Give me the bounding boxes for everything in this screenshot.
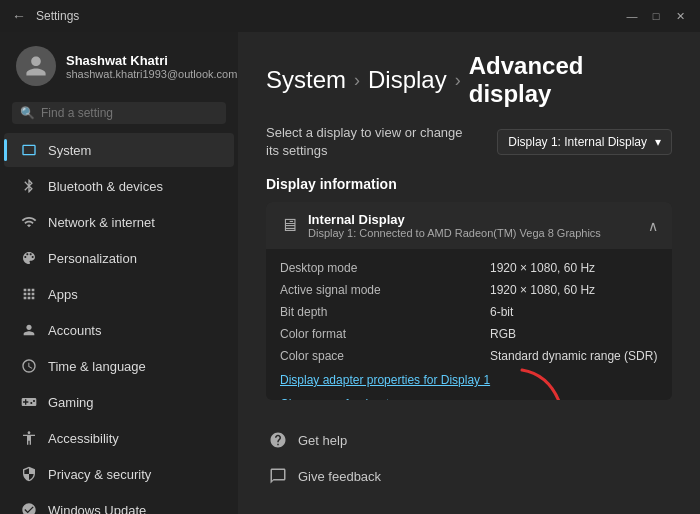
accounts-icon bbox=[20, 321, 38, 339]
sidebar-item-privacy[interactable]: Privacy & security bbox=[4, 457, 234, 491]
table-row: Color format RGB bbox=[280, 323, 658, 345]
get-help-link[interactable]: Get help bbox=[266, 422, 672, 458]
sidebar-item-system[interactable]: System bbox=[4, 133, 234, 167]
sidebar-item-label: Apps bbox=[48, 287, 78, 302]
sidebar-item-time[interactable]: Time & language bbox=[4, 349, 234, 383]
sidebar-item-gaming[interactable]: Gaming bbox=[4, 385, 234, 419]
network-icon bbox=[20, 213, 38, 231]
gaming-icon bbox=[20, 393, 38, 411]
avatar bbox=[16, 46, 56, 86]
info-label: Desktop mode bbox=[280, 261, 490, 275]
breadcrumb: System › Display › Advanced display bbox=[266, 52, 672, 108]
sidebar-item-label: Accessibility bbox=[48, 431, 119, 446]
feedback-icon bbox=[268, 466, 288, 486]
info-label: Bit depth bbox=[280, 305, 490, 319]
section-title: Display information bbox=[266, 176, 672, 192]
personalization-icon bbox=[20, 249, 38, 267]
info-label: Color space bbox=[280, 349, 490, 363]
info-label: Active signal mode bbox=[280, 283, 490, 297]
window-title: Settings bbox=[36, 9, 79, 23]
sidebar-item-label: Windows Update bbox=[48, 503, 146, 515]
privacy-icon bbox=[20, 465, 38, 483]
user-profile: Shashwat Khatri shashwat.khatri1993@outl… bbox=[0, 32, 238, 98]
sidebar-item-label: Accounts bbox=[48, 323, 101, 338]
refresh-rate-row: Choose a refresh rate A higher rate give… bbox=[266, 397, 672, 400]
help-icon bbox=[268, 430, 288, 450]
sidebar-item-windows-update[interactable]: Windows Update bbox=[4, 493, 234, 514]
sidebar-item-label: System bbox=[48, 143, 91, 158]
display-info-card: 🖥 Internal Display Display 1: Connected … bbox=[266, 202, 672, 400]
windows-update-icon bbox=[20, 501, 38, 514]
breadcrumb-sep-2: › bbox=[455, 70, 461, 91]
close-button[interactable]: ✕ bbox=[672, 8, 688, 24]
display-dropdown[interactable]: Display 1: Internal Display ▾ bbox=[497, 129, 672, 155]
info-value: RGB bbox=[490, 327, 516, 341]
system-icon bbox=[20, 141, 38, 159]
minimize-button[interactable]: — bbox=[624, 8, 640, 24]
search-box[interactable]: 🔍 bbox=[12, 102, 226, 124]
display-selector-row: Select a display to view or change its s… bbox=[266, 124, 672, 160]
time-icon bbox=[20, 357, 38, 375]
apps-icon bbox=[20, 285, 38, 303]
display-info-rows: Desktop mode 1920 × 1080, 60 Hz Active s… bbox=[266, 249, 672, 397]
content-area: System › Display › Advanced display Sele… bbox=[238, 32, 700, 514]
sidebar-item-label: Bluetooth & devices bbox=[48, 179, 163, 194]
give-feedback-link[interactable]: Give feedback bbox=[266, 458, 672, 494]
sidebar-item-label: Network & internet bbox=[48, 215, 155, 230]
search-input[interactable] bbox=[41, 106, 218, 120]
display-info-header: 🖥 Internal Display Display 1: Connected … bbox=[266, 202, 672, 249]
sidebar-item-label: Privacy & security bbox=[48, 467, 151, 482]
display-info-header-text: Internal Display Display 1: Connected to… bbox=[308, 212, 601, 239]
display-adapter-link[interactable]: Display adapter properties for Display 1 bbox=[280, 367, 658, 389]
sidebar-item-personalization[interactable]: Personalization bbox=[4, 241, 234, 275]
table-row: Bit depth 6-bit bbox=[280, 301, 658, 323]
user-info: Shashwat Khatri shashwat.khatri1993@outl… bbox=[66, 53, 237, 80]
sidebar-item-label: Gaming bbox=[48, 395, 94, 410]
title-bar: ← Settings — □ ✕ bbox=[0, 0, 700, 32]
red-arrow-icon bbox=[512, 365, 572, 400]
sidebar-item-label: Personalization bbox=[48, 251, 137, 266]
user-email: shashwat.khatri1993@outlook.com bbox=[66, 68, 237, 80]
sidebar-item-label: Time & language bbox=[48, 359, 146, 374]
chevron-down-icon: ▾ bbox=[655, 135, 661, 149]
bluetooth-icon bbox=[20, 177, 38, 195]
table-row: Active signal mode 1920 × 1080, 60 Hz bbox=[280, 279, 658, 301]
sidebar-item-bluetooth[interactable]: Bluetooth & devices bbox=[4, 169, 234, 203]
bottom-links: Get help Give feedback bbox=[266, 422, 672, 494]
info-value: 1920 × 1080, 60 Hz bbox=[490, 261, 595, 275]
display-selector-label: Select a display to view or change its s… bbox=[266, 124, 466, 160]
sidebar-item-network[interactable]: Network & internet bbox=[4, 205, 234, 239]
get-help-label: Get help bbox=[298, 433, 347, 448]
collapse-icon[interactable]: ∧ bbox=[648, 218, 658, 234]
user-name: Shashwat Khatri bbox=[66, 53, 237, 68]
sidebar-item-accessibility[interactable]: Accessibility bbox=[4, 421, 234, 455]
display-info-header-left: 🖥 Internal Display Display 1: Connected … bbox=[280, 212, 601, 239]
display-info-subtitle: Display 1: Connected to AMD Radeon(TM) V… bbox=[308, 227, 601, 239]
give-feedback-label: Give feedback bbox=[298, 469, 381, 484]
maximize-button[interactable]: □ bbox=[648, 8, 664, 24]
info-value: 1920 × 1080, 60 Hz bbox=[490, 283, 595, 297]
sidebar: Shashwat Khatri shashwat.khatri1993@outl… bbox=[0, 32, 238, 514]
search-icon: 🔍 bbox=[20, 106, 35, 120]
back-button[interactable]: ← bbox=[12, 8, 26, 24]
info-label: Color format bbox=[280, 327, 490, 341]
red-arrow-indicator bbox=[512, 365, 572, 400]
display-dropdown-value: Display 1: Internal Display bbox=[508, 135, 647, 149]
table-row: Color space Standard dynamic range (SDR) bbox=[280, 345, 658, 367]
info-value: 6-bit bbox=[490, 305, 513, 319]
table-row: Desktop mode 1920 × 1080, 60 Hz bbox=[280, 257, 658, 279]
sidebar-item-apps[interactable]: Apps bbox=[4, 277, 234, 311]
monitor-icon: 🖥 bbox=[280, 215, 298, 236]
accessibility-icon bbox=[20, 429, 38, 447]
breadcrumb-sep-1: › bbox=[354, 70, 360, 91]
info-value: Standard dynamic range (SDR) bbox=[490, 349, 657, 363]
breadcrumb-display: Display bbox=[368, 66, 447, 94]
display-info-title: Internal Display bbox=[308, 212, 601, 227]
sidebar-item-accounts[interactable]: Accounts bbox=[4, 313, 234, 347]
breadcrumb-system: System bbox=[266, 66, 346, 94]
breadcrumb-active: Advanced display bbox=[469, 52, 672, 108]
